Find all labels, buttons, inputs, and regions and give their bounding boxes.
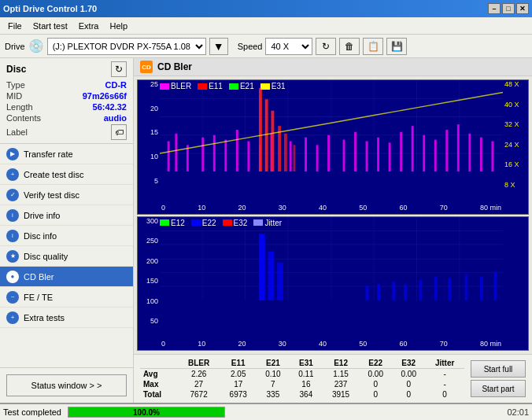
type-label: Type	[6, 80, 25, 90]
status-window-button[interactable]: Status window > >	[6, 374, 127, 396]
drive-info-label: Drive info	[24, 211, 60, 220]
avg-e11: 2.05	[220, 369, 257, 380]
sidebar-item-cd-bler[interactable]: ● CD Bler	[0, 267, 133, 287]
mid-label: MID	[6, 91, 22, 101]
erase-icon[interactable]: 🗑	[339, 38, 360, 55]
progress-label: 100.0%	[68, 407, 224, 417]
avg-e22: 0.00	[359, 369, 392, 380]
close-button[interactable]: ✕	[516, 3, 529, 14]
total-e32: 0	[392, 389, 425, 400]
title-bar-buttons: – □ ✕	[488, 3, 529, 14]
total-label: Total	[140, 389, 178, 400]
charts-container: 25 20 15 10 5 48 X 40 X 32 X 24 X 16 X 8…	[134, 76, 532, 354]
sidebar-item-verify-test-disc[interactable]: ✓ Verify test disc	[0, 185, 133, 205]
minimize-button[interactable]: –	[488, 3, 501, 14]
start-part-button[interactable]: Start part	[471, 380, 526, 397]
svg-rect-45	[491, 142, 493, 172]
svg-rect-32	[343, 140, 345, 172]
label-label: Label	[6, 127, 28, 137]
sidebar-item-disc-info[interactable]: i Disc info	[0, 226, 133, 246]
sidebar-item-extra-tests[interactable]: + Extra tests	[0, 308, 133, 328]
svg-rect-33	[354, 132, 357, 171]
e31-legend-label: E31	[272, 82, 286, 90]
svg-rect-59	[259, 234, 265, 300]
svg-rect-63	[377, 284, 380, 300]
stats-header-e21: E21	[257, 358, 290, 369]
stats-row-max: Max 27 17 7 16 237 0 0 -	[140, 379, 464, 389]
max-e11: 17	[220, 379, 257, 389]
total-jitter: 0	[425, 389, 464, 400]
total-e12: 3915	[323, 389, 359, 400]
stats-table: BLER E11 E21 E31 E12 E22 E32 Jitter Avg	[140, 358, 464, 400]
save-icon[interactable]: 💾	[386, 38, 407, 55]
svg-rect-69	[465, 274, 468, 300]
sidebar-item-fe-te[interactable]: ~ FE / TE	[0, 287, 133, 308]
disc-info-icon: i	[6, 230, 19, 242]
refresh-icon[interactable]: ↻	[316, 38, 336, 55]
bler-legend-color	[160, 83, 169, 90]
sidebar-nav: ▶ Transfer rate + Create test disc ✓ Ver…	[0, 144, 133, 367]
label-icon-button[interactable]: 🏷	[111, 124, 127, 140]
e32-legend-color	[223, 219, 232, 226]
chart2-legend: E12 E22 E32 Jitter	[160, 219, 282, 227]
status-text: Test completed	[3, 407, 61, 417]
stats-header-e22: E22	[359, 358, 392, 369]
svg-rect-68	[448, 278, 451, 300]
menu-file[interactable]: File	[3, 20, 27, 32]
svg-rect-26	[284, 134, 287, 171]
avg-bler: 2.26	[178, 369, 220, 380]
stats-header-bler: BLER	[178, 358, 220, 369]
sidebar-item-transfer-rate[interactable]: ▶ Transfer rate	[0, 144, 133, 164]
e11-legend-color	[198, 83, 207, 90]
svg-rect-15	[201, 138, 204, 172]
svg-rect-35	[377, 138, 379, 172]
chart-title: CD Bler	[157, 61, 192, 72]
menu-extra[interactable]: Extra	[74, 20, 104, 32]
main-content: Disc ↻ Type CD-R MID 97m26s66f Length 56…	[0, 58, 532, 403]
svg-rect-25	[278, 126, 281, 171]
max-label: Max	[140, 379, 178, 389]
chart-title-bar: CD CD Bler	[134, 58, 532, 76]
time-display: 02:01	[507, 407, 529, 417]
avg-e31: 0.11	[290, 369, 323, 380]
cd-bler-icon: ●	[6, 271, 19, 283]
total-e31: 364	[290, 389, 323, 400]
svg-rect-42	[457, 124, 460, 171]
create-test-disc-icon: +	[6, 168, 19, 181]
chart1-svg	[160, 80, 503, 171]
svg-rect-23	[265, 99, 268, 171]
sidebar-item-create-test-disc[interactable]: + Create test disc	[0, 164, 133, 185]
total-bler: 7672	[178, 389, 220, 400]
disc-refresh-button[interactable]: ↻	[111, 61, 127, 77]
start-full-button[interactable]: Start full	[471, 360, 526, 378]
speed-label: Speed	[238, 42, 263, 51]
chart-icon: CD	[140, 61, 153, 73]
type-value: CD-R	[105, 80, 127, 90]
copy-icon[interactable]: 📋	[363, 38, 383, 55]
transfer-rate-label: Transfer rate	[24, 149, 73, 159]
stats-header-e11: E11	[220, 358, 257, 369]
speed-select[interactable]: 40 X	[265, 38, 312, 55]
menu-help[interactable]: Help	[105, 20, 132, 32]
stats-header-empty	[140, 358, 178, 369]
sidebar-item-drive-info[interactable]: i Drive info	[0, 205, 133, 226]
stats-row-avg: Avg 2.26 2.05 0.10 0.11 1.15 0.00 0.00 -	[140, 369, 464, 380]
svg-rect-37	[400, 132, 402, 171]
svg-rect-18	[236, 130, 238, 171]
avg-label: Avg	[140, 369, 178, 380]
sidebar-item-disc-quality[interactable]: ★ Disc quality	[0, 246, 133, 267]
jitter-chart: 300 250 200 150 100 50 E12 E2	[137, 216, 529, 352]
maximize-button[interactable]: □	[502, 3, 515, 14]
svg-rect-12	[168, 142, 170, 172]
svg-rect-39	[423, 135, 425, 172]
drive-arrow-btn[interactable]: ▼	[209, 38, 228, 55]
avg-jitter: -	[425, 369, 464, 380]
length-label: Length	[6, 102, 33, 112]
total-e22: 0	[359, 389, 392, 400]
e21-legend-color	[229, 83, 238, 90]
menu-start-test[interactable]: Start test	[28, 20, 72, 32]
e21-legend-label: E21	[240, 82, 254, 90]
sidebar-bottom: Status window > >	[0, 367, 133, 403]
bler-legend-label: BLER	[171, 82, 191, 90]
drive-select[interactable]: (J:) PLEXTOR DVDR PX-755A 1.08	[47, 38, 206, 55]
